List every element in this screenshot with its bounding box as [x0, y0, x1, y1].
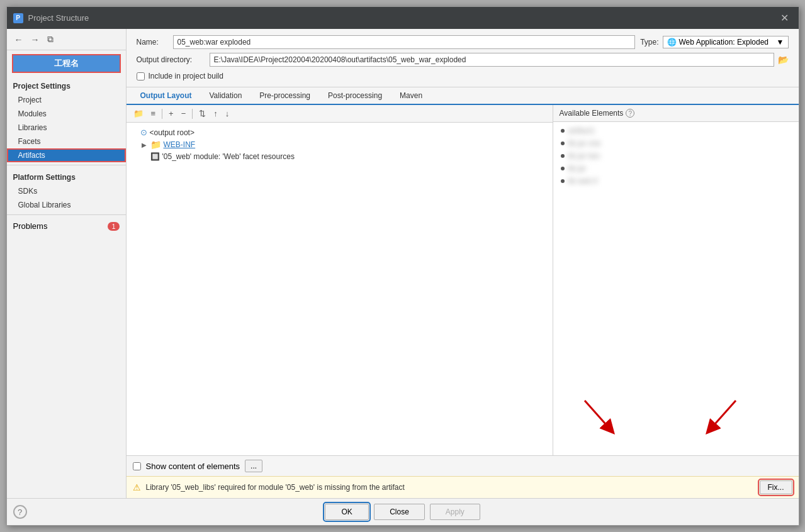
- bullet-icon: [561, 154, 565, 158]
- app-icon: P: [13, 13, 23, 23]
- sidebar-item-facets[interactable]: Facets: [7, 135, 126, 148]
- browse-folder-button[interactable]: 📂: [778, 55, 789, 65]
- list-item[interactable]: lib jar one: [553, 137, 799, 150]
- project-name-label: 工程名: [54, 58, 79, 68]
- global-libraries-label: Global Libraries: [18, 201, 71, 209]
- list-tool-button[interactable]: ≡: [148, 108, 159, 119]
- apply-button[interactable]: Apply: [430, 504, 480, 520]
- dialog-buttons: ? OK Close Apply: [7, 498, 799, 525]
- dots-button[interactable]: ...: [245, 460, 262, 472]
- project-settings-header: Project Settings: [7, 77, 126, 93]
- close-dialog-button[interactable]: Close: [374, 504, 425, 520]
- element-text-4: lib jar: [568, 164, 587, 173]
- tree-item-module-resources[interactable]: 🔲 '05_web' module: 'Web' facet resources: [129, 151, 550, 162]
- folder-tool-button[interactable]: 📁: [130, 108, 147, 119]
- title-bar-left: P Project Structure: [13, 13, 89, 23]
- add-tool-button[interactable]: +: [166, 108, 177, 119]
- elements-header: Available Elements ?: [553, 105, 799, 122]
- facets-label: Facets: [18, 137, 41, 146]
- include-checkbox-row: Include in project build: [137, 70, 789, 83]
- content-panes: 📁 ≡ + − ⇅ ↑ ↓ ⊙: [127, 105, 799, 455]
- list-item[interactable]: lib web if: [553, 175, 799, 187]
- output-dir-label: Output directory:: [137, 55, 206, 64]
- element-text-2: lib jar one: [568, 139, 601, 148]
- list-item[interactable]: lib jar two: [553, 150, 799, 162]
- elements-content: artifact1 lib jar one lib jar two l: [553, 122, 799, 455]
- type-label: Type:: [640, 38, 658, 47]
- bottom-bar: Show content of elements ... ⚠ Library '…: [127, 455, 799, 498]
- webinf-text: WEB-INF: [164, 140, 196, 149]
- separator: [7, 165, 126, 165]
- close-window-button[interactable]: ✕: [777, 11, 792, 25]
- nav-toolbar: ← → ⧉: [7, 29, 126, 50]
- project-structure-dialog: P Project Structure ✕ ← → ⧉ 工程名 Project …: [6, 6, 799, 526]
- sdks-label: SDKs: [18, 187, 38, 196]
- forward-button[interactable]: →: [28, 33, 42, 46]
- sort-tool-button[interactable]: ⇅: [196, 108, 209, 119]
- available-elements-help-icon[interactable]: ?: [626, 109, 634, 118]
- type-icon: 🌐: [667, 38, 677, 47]
- name-row: Name: Type: 🌐 Web Application: Exploded …: [137, 35, 789, 49]
- problems-label: Problems: [13, 221, 48, 231]
- name-input[interactable]: [173, 35, 636, 49]
- tab-validation[interactable]: Validation: [200, 87, 251, 105]
- element-text-1: artifact1: [568, 126, 595, 135]
- output-dir-row: Output directory: 📂: [137, 53, 789, 67]
- toolbar-divider2: [192, 109, 193, 119]
- title-bar: P Project Structure ✕: [7, 7, 799, 29]
- fix-button[interactable]: Fix...: [760, 480, 792, 494]
- problems-badge: 1: [108, 222, 119, 231]
- platform-settings-header: Platform Settings: [7, 168, 126, 184]
- tab-post-processing[interactable]: Post-processing: [319, 87, 391, 105]
- warning-row: ⚠ Library '05_web_libs' required for mod…: [127, 476, 799, 498]
- sidebar-item-artifacts[interactable]: Artifacts: [7, 148, 126, 162]
- show-content-checkbox[interactable]: [133, 462, 141, 470]
- sidebar-item-modules[interactable]: Modules: [7, 107, 126, 121]
- available-elements-label: Available Elements: [560, 109, 624, 118]
- bullet-icon: [561, 129, 565, 133]
- remove-tool-button[interactable]: −: [178, 108, 189, 119]
- toolbar-divider: [162, 109, 162, 119]
- separator2: [7, 214, 126, 215]
- chevron-down-icon: ▼: [777, 38, 784, 47]
- type-select[interactable]: 🌐 Web Application: Exploded ▼: [663, 36, 789, 48]
- help-bottom-button[interactable]: ?: [13, 505, 27, 519]
- list-item[interactable]: lib jar: [553, 162, 799, 175]
- warning-icon: ⚠: [133, 482, 141, 492]
- include-label[interactable]: Include in project build: [149, 72, 223, 80]
- tree-item-webinf[interactable]: ▶ 📁 WEB-INF: [129, 138, 550, 151]
- tab-maven[interactable]: Maven: [391, 87, 431, 105]
- tree-pane: 📁 ≡ + − ⇅ ↑ ↓ ⊙: [127, 105, 553, 455]
- output-dir-input[interactable]: [210, 53, 774, 67]
- sidebar-item-project[interactable]: Project: [7, 93, 126, 107]
- output-root-text: <output root>: [150, 128, 194, 137]
- project-name-box: 工程名: [12, 54, 121, 73]
- down-tool-button[interactable]: ↓: [222, 108, 233, 119]
- tree-item-output-root[interactable]: ⊙ <output root>: [129, 126, 550, 138]
- form-area: Name: Type: 🌐 Web Application: Exploded …: [127, 29, 799, 87]
- copy-button[interactable]: ⧉: [45, 33, 56, 46]
- warning-text: Library '05_web_libs' required for modul…: [146, 483, 755, 492]
- ok-button[interactable]: OK: [325, 504, 369, 520]
- bullet-icon: [561, 167, 565, 170]
- list-item[interactable]: artifact1: [553, 125, 799, 137]
- show-content-label[interactable]: Show content of elements: [146, 462, 240, 471]
- tab-output-layout[interactable]: Output Layout: [132, 87, 201, 105]
- back-button[interactable]: ←: [12, 33, 26, 46]
- include-checkbox[interactable]: [137, 72, 145, 80]
- main-content: ← → ⧉ 工程名 Project Settings Project Modul…: [7, 29, 799, 498]
- module-resources-text: '05_web' module: 'Web' facet resources: [162, 152, 295, 161]
- problems-row[interactable]: Problems 1: [7, 218, 126, 235]
- web-facet-icon: 🔲: [150, 152, 160, 161]
- tab-pre-processing[interactable]: Pre-processing: [251, 87, 319, 105]
- up-tool-button[interactable]: ↑: [210, 108, 221, 119]
- left-panel: ← → ⧉ 工程名 Project Settings Project Modul…: [7, 29, 127, 498]
- sidebar-item-sdks[interactable]: SDKs: [7, 184, 126, 198]
- folder-webinf-icon: 📁: [150, 140, 161, 150]
- show-content-row: Show content of elements ...: [127, 456, 799, 476]
- sidebar-item-global-libraries[interactable]: Global Libraries: [7, 198, 126, 212]
- project-label: Project: [18, 96, 42, 104]
- expand-webinf-icon: ▶: [142, 141, 148, 148]
- bullet-icon: [561, 179, 565, 183]
- sidebar-item-libraries[interactable]: Libraries: [7, 121, 126, 135]
